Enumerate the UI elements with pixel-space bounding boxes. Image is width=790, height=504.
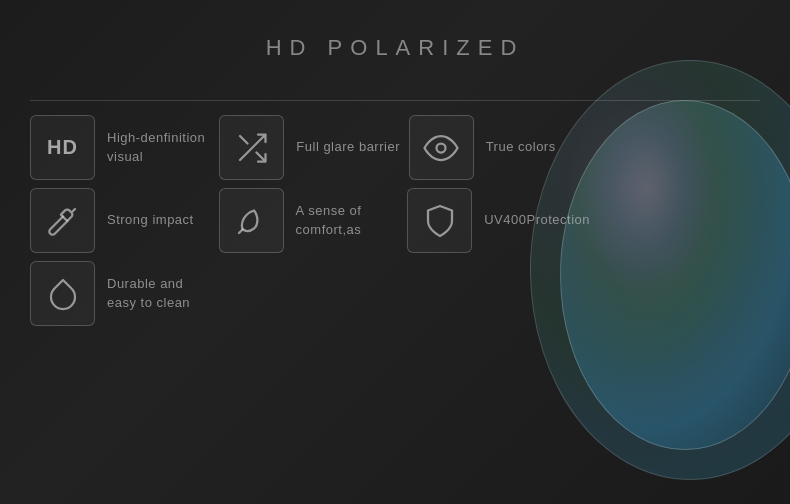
top-divider bbox=[30, 100, 760, 101]
drop-icon bbox=[45, 276, 81, 312]
feature-full-glare: Full glare barrier bbox=[219, 115, 400, 180]
eye-icon-box bbox=[409, 115, 474, 180]
durable-label: Durable and easy to clean bbox=[107, 275, 211, 311]
feature-durable: Durable and easy to clean bbox=[30, 261, 211, 326]
hd-icon-box: HD bbox=[30, 115, 95, 180]
shield-icon bbox=[422, 203, 458, 239]
leaf-icon-box bbox=[219, 188, 284, 253]
shield-icon-box bbox=[407, 188, 472, 253]
feature-uv400: UV400Protection bbox=[407, 188, 590, 253]
feature-true-colors: True colors bbox=[409, 115, 590, 180]
feature-strong-impact: Strong impact bbox=[30, 188, 211, 253]
hd-icon: HD bbox=[47, 136, 78, 159]
hammer-icon bbox=[45, 203, 81, 239]
drop-icon-box bbox=[30, 261, 95, 326]
empty-cell-1 bbox=[219, 261, 400, 326]
page-container: HD POLARIZED HD High-denfinition visual … bbox=[0, 0, 790, 504]
empty-cell-2 bbox=[409, 261, 590, 326]
page-title: HD POLARIZED bbox=[0, 35, 790, 61]
features-row-2: Strong impact A sense of comfort,as bbox=[30, 188, 590, 253]
svg-point-0 bbox=[437, 143, 446, 152]
hd-label: High-denfinition visual bbox=[107, 129, 211, 165]
features-row-1: HD High-denfinition visual Full glare ba… bbox=[30, 115, 590, 180]
colors-label: True colors bbox=[486, 138, 556, 156]
glare-icon-box bbox=[219, 115, 284, 180]
glare-label: Full glare barrier bbox=[296, 138, 400, 156]
feature-comfort: A sense of comfort,as bbox=[219, 188, 400, 253]
feature-hd-visual: HD High-denfinition visual bbox=[30, 115, 211, 180]
shuffle-icon bbox=[234, 130, 270, 166]
features-container: HD High-denfinition visual Full glare ba… bbox=[30, 115, 590, 334]
leaf-icon bbox=[233, 203, 269, 239]
comfort-label: A sense of comfort,as bbox=[296, 202, 400, 238]
eye-icon bbox=[423, 130, 459, 166]
features-row-3: Durable and easy to clean bbox=[30, 261, 590, 326]
uv400-label: UV400Protection bbox=[484, 211, 590, 229]
impact-label: Strong impact bbox=[107, 211, 194, 229]
hammer-icon-box bbox=[30, 188, 95, 253]
